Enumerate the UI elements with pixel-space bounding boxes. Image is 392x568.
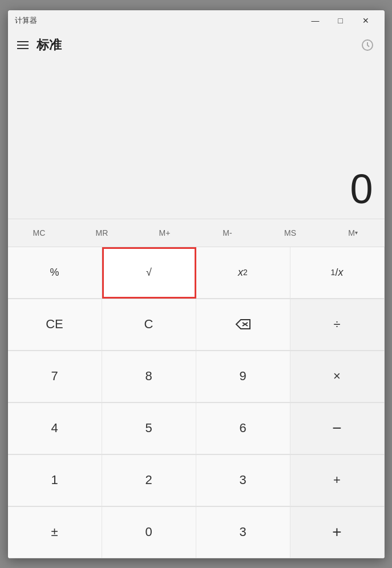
hamburger-line-2 [17,45,29,46]
calculator-window: 计算器 — □ ✕ 标准 0 MC MR M [8,10,385,558]
multiply-button[interactable]: × [290,351,385,402]
mplus-button[interactable]: M+ [134,219,196,247]
zero-button[interactable]: 0 [102,507,196,558]
four-button[interactable]: 4 [8,403,102,454]
sqrt-button[interactable]: √ [102,247,196,299]
title-bar: 计算器 — □ ✕ [8,10,385,31]
ms-button[interactable]: MS [259,219,322,247]
mode-title: 标准 [37,37,62,54]
maximize-button[interactable]: □ [329,11,353,30]
c-button[interactable]: C [102,299,196,351]
hamburger-menu[interactable] [17,41,29,49]
seven-button[interactable]: 7 [8,351,102,402]
memory-row: MC MR M+ M- MS M▾ [8,219,385,247]
hamburger-line-3 [17,48,29,49]
history-button[interactable] [359,37,375,53]
negate-button[interactable]: ± [8,507,102,558]
close-button[interactable]: ✕ [354,11,378,30]
minimize-button[interactable]: — [304,11,328,30]
mrecall-button[interactable]: M▾ [322,219,385,247]
five-button[interactable]: 5 [102,403,196,454]
mr-button[interactable]: MR [71,219,134,247]
mminus-button[interactable]: M- [196,219,259,247]
app-title: 计算器 [15,15,37,26]
divide-button[interactable]: ÷ [290,299,385,351]
two-button[interactable]: 2 [102,455,196,506]
percent-button[interactable]: % [8,247,102,299]
app-header: 标准 [8,31,385,59]
row-456: 4 5 6 − [8,402,385,454]
header-left: 标准 [17,37,62,54]
backspace-button[interactable] [196,299,290,351]
ce-button[interactable]: CE [8,299,102,351]
one-button[interactable]: 1 [8,455,102,506]
three-bottom-button[interactable]: 3 [196,507,290,558]
display-value: 0 [350,168,373,210]
row-123: 1 2 3 + [8,454,385,506]
square-button[interactable]: x2 [196,247,290,299]
mc-button[interactable]: MC [8,219,71,247]
subtract-button[interactable]: − [290,403,385,454]
row-789: 7 8 9 × [8,351,385,402]
eight-button[interactable]: 8 [102,351,196,402]
window-controls: — □ ✕ [304,11,378,30]
reciprocal-button[interactable]: 1/x [290,247,385,299]
special-row: % √ x2 1/x [8,247,385,299]
row-bottom: ± 0 3 + [8,506,385,558]
three-button[interactable]: 3 [196,455,290,506]
equals-button[interactable]: + [290,507,385,558]
six-button[interactable]: 6 [196,403,290,454]
hamburger-line-1 [17,41,29,42]
title-bar-left: 计算器 [15,15,37,26]
display-area: 0 [8,59,385,219]
add-button[interactable]: + [290,455,385,506]
nine-button[interactable]: 9 [196,351,290,402]
svg-marker-1 [236,320,250,329]
clear-row: CE C ÷ [8,299,385,351]
